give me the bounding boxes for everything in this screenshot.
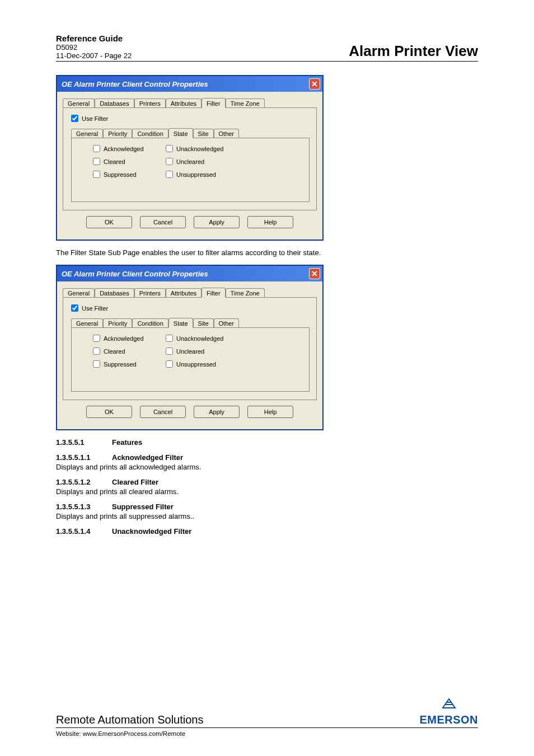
state-checkbox-input-cleared[interactable] — [93, 348, 100, 355]
main-tab-general[interactable]: General — [63, 288, 95, 297]
state-checkbox-label: Cleared — [104, 158, 125, 165]
section-title: Acknowledged Filter — [112, 453, 183, 462]
state-check-grid: AcknowledgedUnacknowledgedClearedUnclear… — [93, 334, 302, 369]
main-tab-attributes[interactable]: Attributes — [166, 98, 202, 107]
sub-tabstrip: GeneralPriorityConditionStateSiteOther — [71, 125, 310, 138]
cancel-button[interactable]: Cancel — [140, 216, 186, 228]
sub-tab-priority[interactable]: Priority — [103, 318, 132, 327]
main-tab-printers[interactable]: Printers — [134, 98, 166, 107]
state-checkbox-cleared[interactable]: Cleared — [93, 348, 166, 355]
dialog-button-bar: OK Cancel Apply Help — [63, 400, 317, 424]
sub-tab-site[interactable]: Site — [193, 129, 214, 138]
state-checkbox-input-uncleared[interactable] — [166, 348, 173, 355]
help-button[interactable]: Help — [247, 406, 293, 418]
state-checkbox-input-acknowledged[interactable] — [93, 335, 100, 342]
state-checkbox-input-unsuppressed[interactable] — [166, 360, 173, 368]
state-checkbox-label: Acknowledged — [104, 335, 144, 342]
main-tab-general[interactable]: General — [63, 98, 95, 107]
state-check-grid: AcknowledgedUnacknowledgedClearedUnclear… — [93, 144, 302, 179]
sub-tab-site[interactable]: Site — [193, 318, 214, 327]
dialog-button-bar: OK Cancel Apply Help — [63, 210, 317, 234]
sub-tab-condition[interactable]: Condition — [132, 129, 168, 138]
cancel-button[interactable]: Cancel — [140, 406, 186, 418]
use-filter-checkbox-input[interactable] — [71, 304, 78, 312]
section-heading: 1.3.5.5.1.2Cleared Filter — [56, 478, 478, 486]
state-checkbox-label: Unsuppressed — [176, 171, 216, 178]
section-body: Displays and prints all cleared alarms. — [56, 487, 478, 496]
sub-tabpanel: AcknowledgedUnacknowledgedClearedUnclear… — [71, 327, 310, 392]
close-icon[interactable]: ✕ — [309, 268, 320, 279]
state-checkbox-input-unsuppressed[interactable] — [166, 171, 173, 178]
state-checkbox-uncleared[interactable]: Uncleared — [166, 348, 266, 355]
sub-tab-general[interactable]: General — [71, 129, 103, 138]
page-footer: Remote Automation Solutions EMERSON Webs… — [56, 697, 478, 737]
state-checkbox-acknowledged[interactable]: Acknowledged — [93, 335, 166, 342]
sub-tab-state[interactable]: State — [168, 318, 193, 328]
state-checkbox-label: Suppressed — [104, 361, 137, 368]
help-button[interactable]: Help — [247, 216, 293, 228]
sub-tab-condition[interactable]: Condition — [132, 318, 168, 327]
section-body: Displays and prints all suppressed alarm… — [56, 512, 478, 520]
state-checkbox-input-suppressed[interactable] — [93, 171, 100, 178]
sub-tab-state[interactable]: State — [168, 128, 193, 138]
state-checkbox-input-uncleared[interactable] — [166, 158, 173, 165]
main-tab-filter[interactable]: Filter — [202, 288, 225, 298]
dialog-body: GeneralDatabasesPrintersAttributesFilter… — [57, 92, 322, 240]
apply-button[interactable]: Apply — [194, 216, 240, 228]
doc-id: D5092 — [56, 43, 132, 51]
state-checkbox-input-cleared[interactable] — [93, 158, 100, 165]
page-header: Reference Guide D5092 11-Dec-2007 - Page… — [56, 34, 478, 62]
sub-tab-priority[interactable]: Priority — [103, 129, 132, 138]
state-checkbox-input-unacknowledged[interactable] — [166, 335, 173, 342]
state-checkbox-label: Cleared — [104, 348, 125, 355]
state-checkbox-uncleared[interactable]: Uncleared — [166, 158, 266, 165]
section-heading: 1.3.5.5.1.4Unacknowledged Filter — [56, 527, 478, 536]
main-tab-databases[interactable]: Databases — [95, 98, 134, 107]
main-tab-filter[interactable]: Filter — [202, 98, 225, 108]
state-checkbox-suppressed[interactable]: Suppressed — [93, 360, 166, 368]
state-checkbox-input-unacknowledged[interactable] — [166, 145, 173, 152]
state-checkbox-unsuppressed[interactable]: Unsuppressed — [166, 360, 266, 368]
view-title: Alarm Printer View — [349, 43, 478, 60]
state-checkbox-label: Unacknowledged — [176, 335, 223, 342]
section-title: Suppressed Filter — [112, 503, 174, 511]
state-checkbox-label: Uncleared — [176, 348, 204, 355]
sub-tab-other[interactable]: Other — [214, 318, 240, 327]
main-tabpanel: Use Filter GeneralPriorityConditionState… — [63, 297, 317, 400]
section-heading: 1.3.5.5.1.3Suppressed Filter — [56, 503, 478, 511]
sub-tab-other[interactable]: Other — [214, 129, 240, 138]
main-tab-databases[interactable]: Databases — [95, 288, 134, 297]
state-checkbox-unsuppressed[interactable]: Unsuppressed — [166, 171, 266, 178]
state-checkbox-acknowledged[interactable]: Acknowledged — [93, 145, 166, 152]
state-checkbox-suppressed[interactable]: Suppressed — [93, 171, 166, 178]
apply-button[interactable]: Apply — [194, 406, 240, 418]
footer-line: Remote Automation Solutions EMERSON — [56, 697, 478, 728]
dialog-titlebar: OE Alarm Printer Client Control Properti… — [57, 76, 322, 92]
main-tab-printers[interactable]: Printers — [134, 288, 166, 297]
state-checkbox-unacknowledged[interactable]: Unacknowledged — [166, 335, 266, 342]
dialog-body: GeneralDatabasesPrintersAttributesFilter… — [57, 281, 322, 429]
state-checkbox-input-acknowledged[interactable] — [93, 145, 100, 152]
main-tab-attributes[interactable]: Attributes — [166, 288, 202, 297]
inner-area: GeneralPriorityConditionStateSiteOther A… — [71, 125, 310, 202]
close-icon[interactable]: ✕ — [309, 78, 320, 90]
use-filter-checkbox-input[interactable] — [71, 115, 78, 122]
ok-button[interactable]: OK — [86, 216, 132, 228]
state-checkbox-unacknowledged[interactable]: Unacknowledged — [166, 145, 266, 152]
sub-tabpanel: AcknowledgedUnacknowledgedClearedUnclear… — [71, 138, 310, 202]
use-filter-checkbox[interactable]: Use Filter — [71, 115, 108, 122]
main-tabpanel: Use Filter GeneralPriorityConditionState… — [63, 107, 317, 210]
sub-tab-general[interactable]: General — [71, 318, 103, 327]
doc-date-page: 11-Dec-2007 - Page 22 — [56, 51, 132, 60]
state-checkbox-cleared[interactable]: Cleared — [93, 158, 166, 165]
use-filter-checkbox[interactable]: Use Filter — [71, 304, 108, 312]
state-checkbox-input-suppressed[interactable] — [93, 360, 100, 368]
main-tab-time-zone[interactable]: Time Zone — [226, 288, 265, 297]
ok-button[interactable]: OK — [86, 406, 132, 418]
section-heading: 1.3.5.5.1.1Acknowledged Filter — [56, 453, 478, 462]
dialog-title: OE Alarm Printer Client Control Properti… — [62, 80, 208, 88]
section-heading: 1.3.5.5.1Features — [56, 438, 478, 447]
main-tab-time-zone[interactable]: Time Zone — [226, 98, 265, 107]
section-number: 1.3.5.5.1 — [56, 438, 112, 447]
section-number: 1.3.5.5.1.1 — [56, 453, 112, 462]
